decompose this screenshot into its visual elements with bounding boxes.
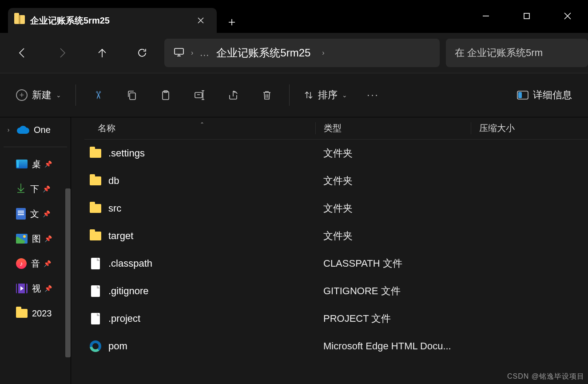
up-button[interactable]: [84, 40, 120, 66]
folder-icon: [89, 202, 102, 215]
pin-icon: 📌: [44, 285, 52, 292]
active-tab[interactable]: 企业记账系统5rm25: [8, 8, 217, 33]
svg-rect-5: [195, 92, 202, 98]
chevron-right-icon: ›: [4, 126, 12, 133]
chevron-down-icon: ⌄: [56, 92, 61, 99]
sidebar-item-label: 图: [32, 233, 41, 245]
back-button[interactable]: [4, 40, 40, 66]
file-row[interactable]: .projectPROJECT 文件: [84, 305, 588, 332]
navigation-bar: › … 企业记账系统5rm25 › 在 企业记账系统5rm: [0, 33, 588, 73]
sidebar-item-label: 下: [30, 183, 39, 195]
rename-button[interactable]: [183, 83, 215, 108]
chevron-right-icon[interactable]: ›: [191, 49, 193, 57]
file-row[interactable]: pomMicrosoft Edge HTML Docu...: [84, 332, 588, 360]
pin-icon: 📌: [44, 235, 52, 242]
file-row[interactable]: src文件夹: [84, 195, 588, 222]
more-button[interactable]: ···: [357, 83, 389, 108]
watermark: CSDN @铭逸毕设项目: [507, 372, 584, 381]
sidebar-item[interactable]: 下📌: [0, 176, 71, 201]
delete-button[interactable]: [251, 83, 283, 108]
this-pc-icon: [173, 46, 185, 60]
column-header-size[interactable]: 压缩大小: [471, 122, 588, 134]
file-list-pane: 名称 ⌃ 类型 压缩大小 .settings文件夹db文件夹src文件夹targ…: [71, 117, 588, 384]
command-bar: + 新建 ⌄ ✂ 排序 ⌄ ··· 详细信息: [0, 73, 588, 117]
video-icon: [16, 284, 28, 293]
sidebar-item[interactable]: 图📌: [0, 226, 71, 251]
file-type: 文件夹: [323, 203, 353, 214]
sidebar-item[interactable]: ♪音📌: [0, 251, 71, 276]
file-type: CLASSPATH 文件: [323, 258, 402, 269]
forward-button[interactable]: [44, 40, 80, 66]
copy-icon: [127, 90, 137, 100]
address-bar[interactable]: › … 企业记账系统5rm25 ›: [164, 39, 440, 67]
sidebar-item[interactable]: 桌📌: [0, 152, 71, 176]
tab-title: 企业记账系统5rm25: [30, 15, 193, 27]
separator: [289, 84, 290, 106]
file-row[interactable]: .gitignoreGITIGNORE 文件: [84, 277, 588, 305]
search-placeholder: 在 企业记账系统5rm: [455, 46, 543, 60]
sort-button[interactable]: 排序 ⌄: [296, 83, 355, 108]
separator: [75, 84, 76, 106]
sidebar-item[interactable]: 视📌: [0, 276, 71, 301]
file-name: db: [108, 175, 119, 187]
sidebar-item[interactable]: 2023: [0, 301, 71, 326]
clipboard-icon: [160, 90, 171, 100]
new-button[interactable]: + 新建 ⌄: [8, 83, 69, 108]
svg-rect-2: [130, 93, 135, 100]
pin-icon: 📌: [44, 260, 51, 267]
new-tab-button[interactable]: [221, 12, 242, 33]
maximize-button[interactable]: [506, 4, 547, 28]
column-header-type[interactable]: 类型: [315, 122, 471, 134]
svg-rect-1: [175, 48, 183, 54]
chevron-right-icon[interactable]: ›: [322, 49, 324, 57]
file-type: Microsoft Edge HTML Docu...: [323, 340, 451, 352]
view-button[interactable]: 详细信息: [509, 83, 580, 108]
sidebar-item-label: 桌: [32, 158, 41, 170]
sidebar-item-label: 文: [30, 208, 39, 220]
paste-button[interactable]: [150, 83, 182, 108]
file-row[interactable]: .settings文件夹: [84, 140, 588, 167]
file-icon: [89, 284, 102, 298]
download-icon: [16, 183, 26, 196]
close-window-button[interactable]: [547, 4, 588, 28]
sort-ascending-icon: ⌃: [200, 121, 204, 128]
share-button[interactable]: [217, 83, 249, 108]
copy-button[interactable]: [116, 83, 148, 108]
body: › One 桌📌下📌文📌图📌♪音📌视📌2023 名称 ⌃ 类型 压缩大小 .se…: [0, 117, 588, 384]
file-row[interactable]: target文件夹: [84, 222, 588, 250]
details-view-icon: [517, 91, 528, 100]
sidebar-item-onedrive[interactable]: › One: [0, 117, 71, 142]
file-name: .gitignore: [108, 285, 149, 297]
desktop-icon: [16, 160, 28, 168]
rename-icon: [194, 89, 205, 101]
sidebar-item-label: 2023: [32, 308, 52, 319]
file-name: pom: [108, 340, 127, 352]
close-tab-button[interactable]: [193, 12, 209, 28]
cut-button[interactable]: ✂: [82, 83, 114, 108]
breadcrumb-ellipsis[interactable]: …: [199, 47, 210, 59]
titlebar: 企业记账系统5rm25: [0, 0, 588, 33]
file-name: .project: [108, 313, 140, 324]
folder-icon: [89, 147, 102, 160]
sidebar-item[interactable]: 文📌: [0, 201, 71, 226]
music-icon: ♪: [16, 258, 27, 269]
folder-icon: [89, 174, 102, 188]
minimize-button[interactable]: [465, 4, 506, 28]
column-header-name[interactable]: 名称 ⌃: [84, 122, 315, 134]
file-row[interactable]: db文件夹: [84, 167, 588, 195]
refresh-button[interactable]: [124, 40, 160, 66]
window-controls: [465, 4, 588, 33]
edge-icon: [89, 340, 102, 353]
search-box[interactable]: 在 企业记账系统5rm: [446, 39, 588, 67]
file-row[interactable]: .classpathCLASSPATH 文件: [84, 250, 588, 277]
svg-rect-0: [524, 13, 529, 19]
file-type: 文件夹: [323, 148, 353, 159]
separator: [4, 147, 67, 147]
navigation-pane[interactable]: › One 桌📌下📌文📌图📌♪音📌视📌2023: [0, 117, 71, 384]
plus-circle-icon: +: [16, 89, 28, 101]
sidebar-scrollbar[interactable]: [65, 188, 71, 357]
sidebar-item-label: 视: [32, 283, 41, 295]
folder-icon: [16, 309, 28, 318]
sort-icon: [304, 90, 314, 100]
breadcrumb-current[interactable]: 企业记账系统5rm25: [216, 46, 310, 60]
